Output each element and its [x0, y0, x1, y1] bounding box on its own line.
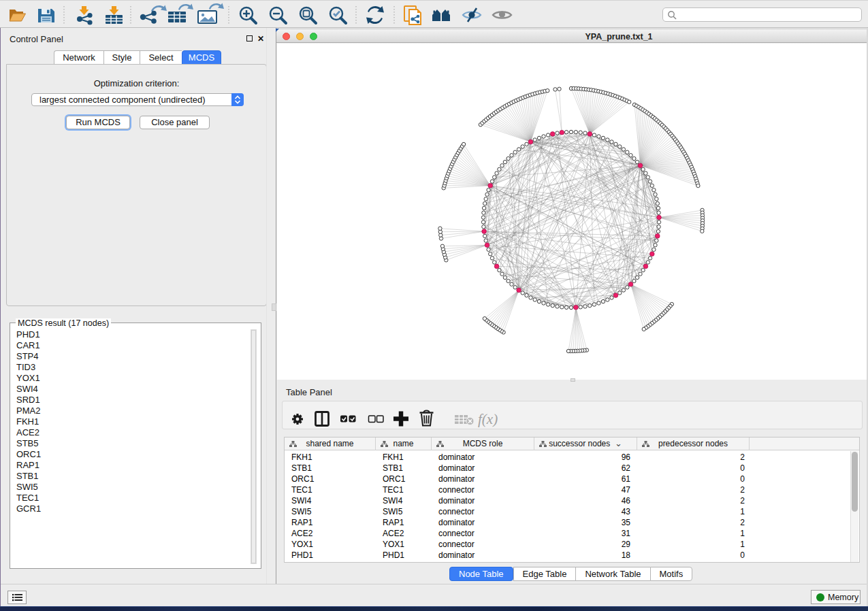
svg-text:f(x): f(x) [478, 411, 498, 427]
